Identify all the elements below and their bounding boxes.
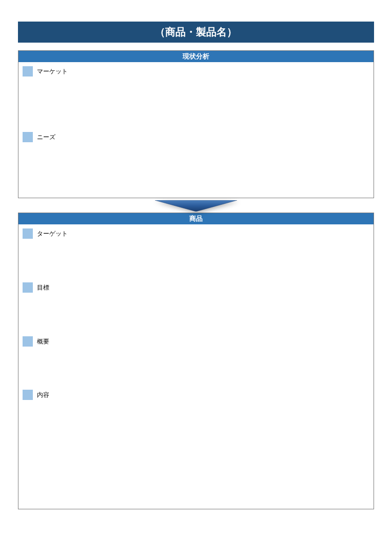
item-label: 内容 xyxy=(37,391,49,399)
section-body-product: ターゲット 目標 概要 内容 xyxy=(18,224,374,509)
item-row-needs: ニーズ xyxy=(23,132,369,142)
item-group: ニーズ xyxy=(23,132,369,188)
section-header-label: 商品 xyxy=(189,215,203,222)
item-row-market: マーケット xyxy=(23,66,369,77)
section-product: 商品 ターゲット 目標 概要 内容 xyxy=(18,213,374,509)
section-header-analysis: 現状分析 xyxy=(18,51,374,62)
section-body-analysis: マーケット ニーズ xyxy=(18,62,374,198)
page-title: （商品・製品名） xyxy=(18,22,374,43)
down-arrow-icon xyxy=(155,200,237,212)
bullet-box-icon xyxy=(23,66,33,77)
item-group: 内容 xyxy=(23,390,369,503)
item-row-target: ターゲット xyxy=(23,228,369,239)
svg-marker-0 xyxy=(155,200,237,212)
item-row-content: 内容 xyxy=(23,390,369,400)
item-label: 目標 xyxy=(37,283,49,292)
item-label: マーケット xyxy=(37,67,68,76)
item-group: 概要 xyxy=(23,336,369,390)
bullet-box-icon xyxy=(23,228,33,239)
bullet-box-icon xyxy=(23,282,33,293)
bullet-box-icon xyxy=(23,336,33,347)
section-header-product: 商品 xyxy=(18,213,374,224)
arrow-divider xyxy=(18,198,374,213)
item-group: ターゲット xyxy=(23,228,369,282)
item-group: 目標 xyxy=(23,282,369,336)
item-row-overview: 概要 xyxy=(23,336,369,347)
section-current-analysis: 現状分析 マーケット ニーズ xyxy=(18,50,374,198)
item-row-goal: 目標 xyxy=(23,282,369,293)
item-label: ターゲット xyxy=(37,230,68,238)
bullet-box-icon xyxy=(23,390,33,400)
item-label: ニーズ xyxy=(37,133,55,142)
item-label: 概要 xyxy=(37,337,49,346)
title-text: （商品・製品名） xyxy=(155,26,237,37)
section-header-label: 現状分析 xyxy=(183,52,209,60)
item-group: マーケット xyxy=(23,66,369,132)
bullet-box-icon xyxy=(23,132,33,142)
